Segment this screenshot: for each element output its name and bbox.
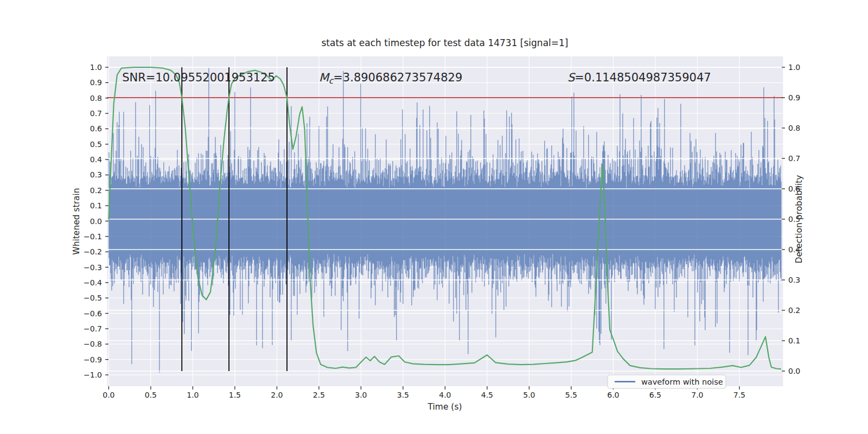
y-tick-label-left: 1.0 (90, 63, 102, 72)
x-tick-label: 6.5 (649, 391, 661, 399)
y-tick-label-left: 0.1 (90, 201, 102, 210)
y-tick-label-left: −1.0 (84, 371, 102, 379)
y-axis-label-left: Whitened strain (72, 188, 81, 254)
y-tick-label-left: 0.3 (90, 170, 102, 179)
chart-canvas: 1.00.90.80.70.60.50.40.30.20.10.0−0.1−0.… (0, 0, 868, 434)
y-tick-label-left: −0.2 (84, 247, 102, 256)
x-tick-label: 5.5 (565, 391, 577, 399)
x-tick-label: 2.0 (271, 391, 283, 399)
x-tick-label: 4.0 (439, 391, 451, 399)
x-tick-label: 1.5 (229, 391, 241, 399)
y-tick-label-right: 0.1 (788, 336, 800, 345)
legend: waveform with noise (608, 375, 726, 388)
y-tick-label-left: −0.6 (84, 309, 102, 318)
y-tick-label-right: 0.9 (788, 93, 800, 102)
y-tick-label-left: 0.5 (90, 140, 102, 149)
plot-area: 1.00.90.80.70.60.50.40.30.20.10.0−0.1−0.… (84, 56, 800, 399)
chart-title: stats at each timestep for test data 147… (322, 37, 569, 48)
y-tick-label-left: 0.9 (90, 78, 102, 87)
x-tick-label: 0.5 (145, 391, 157, 399)
y-tick-label-left: −0.4 (84, 278, 102, 287)
legend-label: waveform with noise (641, 378, 723, 386)
y-tick-label-left: 0.7 (90, 109, 102, 118)
x-axis-label: Time (s) (427, 402, 462, 412)
y-tick-label-right: 0.7 (788, 154, 800, 163)
stat-annotation: SNR=10.09552001953125 (122, 71, 275, 84)
y-tick-label-left: −0.9 (84, 355, 102, 364)
annotation-layer: SNR=10.09552001953125Mc=3.89068627357482… (122, 71, 711, 86)
y-tick-label-right: 1.0 (788, 63, 800, 72)
x-tick-label: 1.0 (187, 391, 199, 399)
stat-annotation: Mc=3.890686273574829 (319, 71, 462, 86)
y-tick-label-left: 0.2 (90, 186, 102, 195)
x-tick-label: 3.5 (397, 391, 409, 399)
y-tick-label-right: 0.0 (788, 367, 800, 375)
x-tick-label: 7.0 (691, 391, 703, 399)
y-tick-label-left: 0.4 (90, 155, 102, 164)
figure: 1.00.90.80.70.60.50.40.30.20.10.0−0.1−0.… (0, 0, 868, 434)
x-tick-label: 5.0 (523, 391, 535, 399)
x-tick-label: 0.0 (103, 391, 114, 399)
y-tick-label-left: −0.3 (84, 263, 102, 272)
y-tick-label-right: 0.8 (788, 124, 800, 132)
y-tick-label-left: 0.6 (90, 124, 102, 133)
y-tick-label-left: −0.8 (84, 340, 102, 348)
x-tick-label: 4.5 (481, 391, 493, 399)
y-tick-label-right: 0.2 (788, 306, 800, 315)
y-tick-label-left: 0.0 (90, 217, 102, 226)
x-tick-label: 6.0 (607, 391, 619, 399)
x-tick-label: 2.5 (313, 391, 325, 399)
x-tick-label: 7.5 (733, 391, 745, 399)
y-tick-label-left: −0.1 (84, 232, 102, 241)
stat-annotation: S=0.1148504987359047 (567, 71, 711, 84)
y-tick-label-left: −0.5 (84, 293, 102, 302)
y-tick-label-left: 0.8 (90, 94, 102, 103)
x-tick-label: 3.0 (355, 391, 367, 399)
y-tick-label-left: −0.7 (84, 324, 102, 333)
y-tick-label-right: 0.3 (788, 276, 800, 284)
y-axis-label-right: Detection probability (794, 175, 804, 264)
